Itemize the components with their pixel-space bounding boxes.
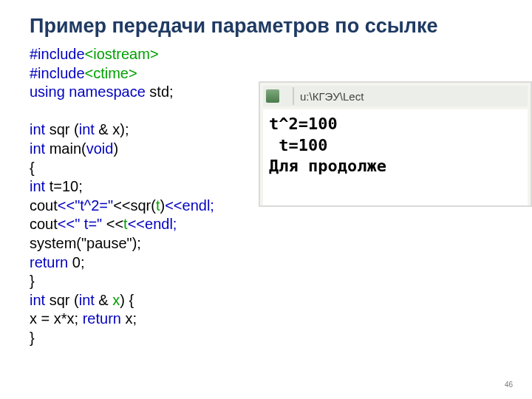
- console-output: t^2=100 t=100 Для продолже: [263, 109, 528, 207]
- code-text: <iostream>: [85, 46, 159, 62]
- code-text: cout: [30, 216, 58, 232]
- code-text: }: [30, 273, 35, 289]
- code-text: main(: [45, 140, 86, 157]
- code-text: <ctime>: [85, 65, 137, 81]
- code-text: #include: [30, 65, 85, 81]
- code-text: {: [30, 160, 35, 176]
- code-text: void: [86, 140, 114, 157]
- code-text: <<" t=": [58, 216, 106, 232]
- code-text: <<sqr(: [113, 197, 156, 214]
- console-line: Для продолже: [269, 157, 386, 175]
- code-text: <<endl;: [165, 197, 214, 214]
- code-text: x: [112, 292, 120, 308]
- console-line: t=100: [269, 136, 327, 154]
- code-text: int: [30, 140, 45, 157]
- code-text: }: [30, 330, 35, 346]
- code-text: int: [30, 121, 45, 137]
- code-text: sqr (: [45, 292, 79, 308]
- code-text: & x);: [95, 121, 129, 137]
- code-text: ): [113, 140, 118, 157]
- code-text: return: [83, 310, 121, 327]
- code-text: using namespace: [30, 83, 149, 100]
- console-titlebar: u:\КГЭУ\Lect: [263, 86, 528, 106]
- code-text: std;: [149, 83, 173, 100]
- code-text: int: [79, 292, 95, 308]
- code-text: <<"t^2=": [58, 197, 113, 214]
- code-text: return: [30, 254, 68, 270]
- divider: [293, 87, 294, 105]
- code-text: int: [79, 121, 95, 137]
- page-number: 46: [505, 381, 513, 389]
- code-text: #include: [30, 46, 85, 62]
- code-text: 0;: [68, 254, 84, 270]
- code-text: x = x*x;: [30, 310, 83, 327]
- code-text: t=10;: [45, 178, 83, 194]
- code-text: &: [95, 292, 112, 308]
- code-text: int: [30, 292, 45, 308]
- code-text: int: [30, 178, 45, 194]
- slide-title: Пример передачи параметров по ссылке: [30, 15, 502, 38]
- console-line: t^2=100: [269, 115, 338, 133]
- console-screenshot: u:\КГЭУ\Lect t^2=100 t=100 Для продолже: [259, 81, 532, 207]
- code-text: ) {: [120, 292, 134, 308]
- code-text: x;: [121, 310, 137, 327]
- code-text: <<: [106, 216, 123, 232]
- code-text: sqr (: [45, 121, 79, 137]
- console-title: u:\КГЭУ\Lect: [300, 90, 364, 103]
- code-text: <<endl;: [128, 216, 177, 232]
- code-text: system("pause");: [30, 235, 141, 251]
- app-icon: [266, 89, 279, 103]
- code-text: cout: [30, 197, 58, 214]
